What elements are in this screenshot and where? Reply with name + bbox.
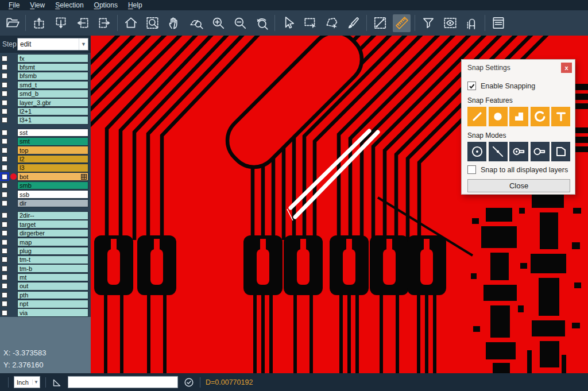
enable-snapping-checkbox[interactable]: [467, 82, 476, 90]
layer-name[interactable]: l2: [17, 155, 88, 164]
menu-options[interactable]: Options: [89, 0, 123, 10]
layer-name[interactable]: dirgerber: [17, 229, 88, 238]
layer-visibility-checkbox[interactable]: [0, 199, 9, 207]
angle-measure-icon[interactable]: [51, 377, 63, 388]
chevron-down-icon[interactable]: ▼: [32, 380, 40, 385]
layer-visibility-checkbox[interactable]: [0, 107, 9, 116]
layer-row-top[interactable]: top: [0, 146, 91, 154]
open-file-button[interactable]: [3, 14, 21, 32]
layer-row-tm-t[interactable]: tm-t: [0, 255, 91, 264]
layer-name[interactable]: target: [17, 220, 88, 229]
layer-row-dirgerber[interactable]: dirgerber: [0, 229, 91, 237]
layer-visibility-checkbox[interactable]: [0, 282, 9, 291]
snap-line-button[interactable]: [467, 107, 486, 126]
layer-row-2dir--[interactable]: 2dir--: [0, 211, 91, 220]
zoom-out-button[interactable]: [231, 14, 249, 32]
snap-surface-button[interactable]: [509, 107, 528, 126]
layer-visibility-checkbox[interactable]: [0, 154, 9, 163]
zoom-in-button[interactable]: [209, 14, 227, 32]
layer-row-smd_t[interactable]: smd_t: [0, 80, 91, 89]
layer-name[interactable]: fx: [17, 54, 88, 63]
snap-corner-button[interactable]: [551, 142, 570, 161]
layer-name[interactable]: dir: [17, 199, 88, 208]
layer-row-l3+1[interactable]: l3+1: [0, 116, 91, 125]
layer-name[interactable]: npt: [17, 300, 88, 308]
menu-help[interactable]: Help: [123, 0, 148, 10]
layer-row-l2[interactable]: l2: [0, 154, 91, 163]
chevron-down-icon[interactable]: ▼: [79, 38, 88, 50]
layer-visibility-checkbox[interactable]: [0, 172, 9, 181]
layer-visibility-checkbox[interactable]: [0, 137, 9, 146]
layer-visibility-checkbox[interactable]: [0, 238, 9, 246]
layer-visibility-checkbox[interactable]: [0, 220, 9, 229]
pan-hand-button[interactable]: [165, 14, 183, 32]
layer-visibility-checkbox[interactable]: [0, 190, 9, 199]
apply-check-icon[interactable]: [183, 377, 195, 388]
menu-selection[interactable]: Selection: [50, 0, 88, 10]
layer-visibility-checkbox[interactable]: [0, 98, 9, 107]
layer-visibility-checkbox[interactable]: [0, 273, 9, 282]
layer-visibility-checkbox[interactable]: [0, 211, 9, 220]
filter-button[interactable]: [419, 14, 437, 32]
snap-magnet-button[interactable]: [463, 14, 481, 32]
layer-row-npt[interactable]: npt: [0, 300, 91, 308]
layer-visibility-checkbox[interactable]: [0, 164, 9, 172]
step-select[interactable]: edit ▼: [17, 38, 88, 51]
zoom-previous-button[interactable]: [253, 14, 270, 32]
layer-row-pth[interactable]: pth: [0, 291, 91, 299]
layer-row-bfsmt[interactable]: bfsmt: [0, 63, 91, 71]
layer-row-dir[interactable]: dir: [0, 199, 91, 207]
snap-center-button[interactable]: [467, 142, 486, 161]
measure-line-button[interactable]: [371, 14, 389, 32]
home-button[interactable]: [122, 14, 140, 32]
layer-visibility-checkbox[interactable]: [0, 72, 9, 80]
snap-pad-button[interactable]: [489, 107, 508, 126]
close-button[interactable]: Close: [467, 179, 570, 192]
layer-name[interactable]: via: [17, 308, 88, 317]
enable-snapping-row[interactable]: Enable Snapping: [467, 82, 535, 90]
menu-view[interactable]: View: [25, 0, 50, 10]
layer-visibility-checkbox[interactable]: [0, 90, 9, 98]
layer-name[interactable]: tm-t: [17, 255, 88, 264]
layer-row-out[interactable]: out: [0, 282, 91, 291]
layer-name[interactable]: smd_t: [17, 81, 88, 90]
layer-name[interactable]: layer_3.gbr: [17, 98, 88, 107]
layer-name[interactable]: bfsmb: [17, 72, 88, 80]
layer-row-target[interactable]: target: [0, 220, 91, 229]
layer-name[interactable]: smd_b: [17, 90, 88, 98]
layer-visibility-checkbox[interactable]: [0, 308, 9, 317]
layer-row-ssb[interactable]: ssb: [0, 190, 91, 199]
zoom-selection-button[interactable]: [187, 14, 205, 32]
layer-visibility-checkbox[interactable]: [0, 229, 9, 238]
layer-visibility-checkbox[interactable]: [0, 146, 9, 154]
layer-name[interactable]: smb: [17, 181, 88, 190]
layer-name[interactable]: l3+1: [17, 116, 88, 125]
layer-row-sst[interactable]: sst: [0, 128, 91, 137]
pan-left-button[interactable]: [74, 14, 91, 32]
measure-ruler-button[interactable]: [393, 14, 411, 32]
layer-name[interactable]: ssb: [17, 190, 88, 199]
pan-right-button[interactable]: [95, 14, 113, 32]
layer-name[interactable]: bfsmt: [17, 63, 88, 72]
layer-name[interactable]: 2dir--: [17, 211, 88, 220]
layer-visibility-checkbox[interactable]: [0, 291, 9, 299]
snap-on-line-button[interactable]: [489, 142, 508, 161]
view-region-button[interactable]: [441, 14, 459, 32]
select-rectangle-button[interactable]: [301, 14, 319, 32]
layer-name[interactable]: top: [17, 146, 88, 154]
pan-down-button[interactable]: [52, 14, 69, 32]
layer-row-l3[interactable]: l3: [0, 164, 91, 172]
pan-up-button[interactable]: [30, 14, 48, 32]
layer-name[interactable]: plug: [17, 247, 88, 255]
layer-row-l2+1[interactable]: l2+1: [0, 107, 91, 115]
select-cursor-button[interactable]: [279, 14, 297, 32]
layer-row-bot[interactable]: bot: [0, 172, 91, 181]
snap-line-end-button[interactable]: [509, 142, 528, 161]
snap-whole-line-button[interactable]: [531, 142, 550, 161]
layer-row-bfsmb[interactable]: bfsmb: [0, 72, 91, 80]
layer-visibility-checkbox[interactable]: [0, 80, 9, 89]
layers-panel-button[interactable]: [489, 14, 507, 32]
command-input[interactable]: [68, 376, 178, 388]
layer-row-layer_3.gbr[interactable]: layer_3.gbr: [0, 98, 91, 107]
dialog-title-bar[interactable]: Snap Settings: [462, 60, 575, 76]
